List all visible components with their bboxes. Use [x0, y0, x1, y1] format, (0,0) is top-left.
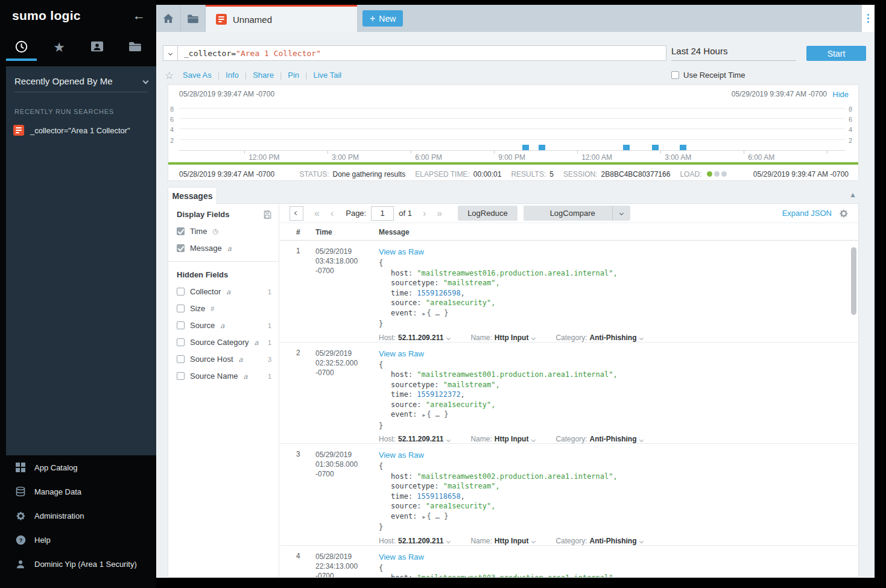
- settings-gear-icon[interactable]: [839, 209, 849, 218]
- logreduce-button[interactable]: LogReduce: [458, 206, 517, 221]
- time-range-selector[interactable]: Last 24 Hours: [671, 46, 796, 61]
- app-catalog-grid-icon: [15, 463, 26, 472]
- pin-link[interactable]: Pin: [288, 71, 299, 80]
- category-dropdown-icon[interactable]: [639, 539, 644, 543]
- chevron-down-icon[interactable]: [143, 78, 149, 84]
- library-folder-icon[interactable]: [127, 41, 143, 54]
- sidebar-item-help[interactable]: ? Help: [0, 528, 156, 552]
- column-time: Time: [315, 228, 332, 236]
- save-as-link[interactable]: Save As: [183, 71, 212, 80]
- database-icon: [15, 487, 26, 497]
- field-source-host[interactable]: Source Host a 3: [177, 355, 271, 364]
- favorite-star-icon[interactable]: ☆: [165, 69, 174, 82]
- unchecked-checkbox[interactable]: [177, 288, 185, 296]
- json-message: { hostmailstreamwest002.production.area1…: [379, 461, 858, 533]
- results-value: 5: [549, 170, 554, 179]
- field-source-name[interactable]: Source Name a 1: [177, 371, 271, 381]
- row-time: 05/29/201902:32:52.000 -0700: [315, 349, 375, 378]
- home-button[interactable]: [156, 5, 181, 32]
- start-button[interactable]: Start: [806, 46, 866, 61]
- unchecked-checkbox[interactable]: [177, 305, 185, 312]
- checked-checkbox[interactable]: [177, 244, 185, 252]
- info-link[interactable]: Info: [226, 71, 239, 80]
- sidebar-item-user[interactable]: Dominic Yip (Area 1 Security): [0, 552, 156, 576]
- field-time[interactable]: Time ◷: [177, 227, 271, 236]
- tab-messages[interactable]: Messages: [168, 187, 217, 204]
- unchecked-checkbox[interactable]: [177, 372, 185, 380]
- tab-unnamed[interactable]: Unnamed: [206, 5, 357, 32]
- text-type-icon: a: [226, 288, 230, 296]
- name-dropdown-icon[interactable]: [531, 539, 536, 543]
- timeline-plot[interactable]: [179, 104, 845, 151]
- next-page-button[interactable]: ›: [423, 208, 426, 219]
- checked-checkbox[interactable]: [177, 227, 185, 235]
- use-receipt-checkbox[interactable]: [671, 71, 679, 79]
- unchecked-checkbox[interactable]: [177, 321, 185, 329]
- prev-page-button[interactable]: ‹: [331, 208, 334, 219]
- scrollbar-thumb[interactable]: [851, 247, 856, 315]
- field-label: Message: [190, 244, 222, 253]
- favorites-star-icon[interactable]: ★: [51, 40, 67, 55]
- live-tail-link[interactable]: Live Tail: [313, 71, 341, 80]
- expand-json-link[interactable]: Expand JSON: [782, 209, 832, 218]
- new-tab-button[interactable]: + New: [362, 10, 403, 27]
- page-number-input[interactable]: [371, 206, 394, 221]
- library-button[interactable]: [181, 5, 206, 32]
- recent-search-item[interactable]: _collector="Area 1 Collector": [13, 125, 149, 136]
- sidebar-collapse-arrow-icon[interactable]: ←: [133, 8, 145, 23]
- logcompare-button[interactable]: LogCompare: [524, 206, 630, 221]
- kebab-menu-icon[interactable]: [867, 14, 869, 16]
- expand-event-icon[interactable]: ▶: [423, 514, 426, 520]
- sidebar-item-app-catalog[interactable]: App Catalog: [0, 455, 156, 479]
- view-as-raw-link[interactable]: View as Raw: [379, 552, 424, 561]
- timeline-start-label: 05/28/2019 9:39:47 AM -0700: [179, 90, 274, 98]
- field-size[interactable]: Size #: [177, 304, 271, 313]
- histogram-bar[interactable]: [623, 145, 630, 150]
- view-as-raw-link[interactable]: View as Raw: [379, 247, 424, 256]
- expand-event-icon[interactable]: ▶: [423, 413, 426, 418]
- histogram-bar[interactable]: [522, 145, 529, 150]
- row-number: 1: [296, 247, 300, 255]
- field-source[interactable]: Source a 1: [177, 321, 271, 330]
- time-type-icon: ◷: [212, 227, 218, 235]
- search-query-input[interactable]: _collector="Area 1 Collector": [177, 45, 666, 61]
- use-receipt-time-row[interactable]: Use Receipt Time: [671, 71, 745, 80]
- scrollbar[interactable]: [851, 245, 856, 575]
- unchecked-checkbox[interactable]: [177, 338, 185, 346]
- expand-event-icon[interactable]: ▶: [423, 311, 426, 317]
- collapse-panel-icon[interactable]: ▲: [849, 191, 856, 199]
- histogram-bar[interactable]: [680, 145, 686, 150]
- view-as-raw-link[interactable]: View as Raw: [379, 349, 424, 358]
- personal-folder-icon[interactable]: [89, 40, 105, 55]
- collapse-fields-button[interactable]: [290, 206, 303, 221]
- field-collector[interactable]: Collector a 1: [177, 287, 271, 296]
- name-dropdown-icon[interactable]: [531, 437, 536, 441]
- view-as-raw-link[interactable]: View as Raw: [379, 450, 424, 460]
- last-page-button[interactable]: »: [437, 208, 442, 219]
- category-dropdown-icon[interactable]: [639, 336, 644, 340]
- hide-timeline-link[interactable]: Hide: [832, 90, 849, 99]
- save-fields-icon[interactable]: [263, 210, 271, 219]
- search-action-links: Save As| Info| Share| Pin| Live Tail: [183, 71, 341, 80]
- first-page-button[interactable]: «: [314, 208, 320, 219]
- page-of-label: of 1: [399, 209, 412, 218]
- unchecked-checkbox[interactable]: [177, 355, 185, 363]
- recent-clock-icon[interactable]: [13, 40, 29, 55]
- sidebar-item-manage-data[interactable]: Manage Data: [0, 479, 156, 504]
- name-dropdown-icon[interactable]: [531, 336, 536, 340]
- sidebar-item-administration[interactable]: Administration: [0, 504, 156, 528]
- host-dropdown-icon[interactable]: [446, 539, 451, 543]
- histogram-bar[interactable]: [539, 145, 545, 150]
- logcompare-label: LogCompare: [533, 209, 612, 218]
- histogram-bar[interactable]: [652, 145, 659, 150]
- field-source-category[interactable]: Source Category a 1: [177, 338, 271, 347]
- text-type-icon: a: [227, 244, 232, 253]
- recent-panel-title-row[interactable]: Recently Opened By Me: [14, 76, 148, 92]
- query-history-dropdown[interactable]: [163, 45, 178, 61]
- host-dropdown-icon[interactable]: [446, 437, 451, 441]
- share-link[interactable]: Share: [253, 71, 274, 80]
- category-dropdown-icon[interactable]: [639, 437, 644, 441]
- host-dropdown-icon[interactable]: [446, 336, 451, 340]
- field-message[interactable]: Message a: [177, 244, 271, 253]
- logcompare-dropdown[interactable]: [612, 206, 630, 221]
